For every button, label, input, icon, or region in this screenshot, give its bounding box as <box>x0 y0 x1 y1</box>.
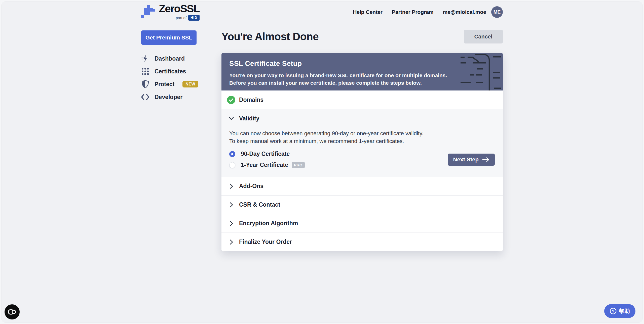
check-circle-icon <box>227 96 235 104</box>
validity-description-line1: You can now choose between generating 90… <box>229 129 503 137</box>
validity-description-line2: To keep manual work at a minimum, we rec… <box>229 137 503 145</box>
validity-description: You can now choose between generating 90… <box>229 129 503 145</box>
arrow-right-icon <box>482 157 490 162</box>
sidebar-item-label: Dashboard <box>155 55 185 62</box>
step-label: Encryption Algorithm <box>239 220 298 227</box>
help-label: 帮助 <box>619 307 630 315</box>
cancel-button[interactable]: Cancel <box>464 30 503 43</box>
zerossl-brand-icon <box>141 5 155 19</box>
step-label: Domains <box>239 97 263 103</box>
option-90-day-certificate[interactable]: 90-Day Certificate <box>229 151 305 157</box>
step-validity-header[interactable]: Validity <box>221 109 503 127</box>
sidebar-item-label: Protect <box>155 81 174 88</box>
step-csr-contact[interactable]: CSR & Contact <box>221 195 503 214</box>
radio-label: 1-Year Certificate <box>241 162 288 168</box>
chevron-right-icon <box>227 219 235 227</box>
next-step-button[interactable]: Next Step <box>448 154 495 166</box>
card-title: SSL Certificate Setup <box>229 60 493 68</box>
option-1-year-certificate[interactable]: 1-Year Certificate PRO <box>229 162 305 168</box>
sidebar-item-protect[interactable]: Protect NEW <box>141 79 221 89</box>
step-validity-section: Validity You can now choose between gene… <box>221 109 503 177</box>
brand-tagline: part of <box>176 16 187 20</box>
hid-badge: HID <box>188 15 200 20</box>
step-add-ons[interactable]: Add-Ons <box>221 177 503 195</box>
card-intro-line2: Before you can install your new certific… <box>229 79 493 87</box>
page-title: You're Almost Done <box>221 31 319 43</box>
radio-label: 90-Day Certificate <box>241 151 290 157</box>
chevron-down-icon <box>227 114 235 123</box>
sidebar-item-certificates[interactable]: Certificates <box>141 67 221 76</box>
brand-name: ZeroSSL <box>159 4 200 14</box>
code-icon <box>141 93 149 101</box>
top-nav: Help Center Partner Program me@mioical.m… <box>353 6 503 18</box>
top-header: ZeroSSL part of HID Help Center Partner … <box>141 0 503 24</box>
step-label: CSR & Contact <box>239 201 280 208</box>
step-label: Validity <box>239 115 259 122</box>
avatar[interactable]: ME <box>491 6 503 18</box>
certificate-illustration <box>461 53 503 90</box>
sidebar: Get Premium SSL Dashboard <box>141 24 221 251</box>
sidebar-item-dashboard[interactable]: Dashboard <box>141 54 221 63</box>
account-email-link[interactable]: me@mioical.moe <box>443 9 486 15</box>
chevron-right-icon <box>227 201 235 209</box>
help-widget-button[interactable]: ? 帮助 <box>604 304 635 318</box>
step-encryption-algorithm[interactable]: Encryption Algorithm <box>221 214 503 233</box>
card-intro: You're on your way to issuing a brand-ne… <box>229 72 493 87</box>
radio-unselected-icon[interactable] <box>229 162 235 168</box>
card-intro-line1: You're on your way to issuing a brand-ne… <box>229 72 493 79</box>
cookie-consent-widget-button[interactable] <box>5 304 20 319</box>
card-header: SSL Certificate Setup You're on your way… <box>221 53 503 90</box>
sidebar-item-label: Developer <box>155 94 182 101</box>
chevron-right-icon <box>227 182 235 190</box>
question-circle-icon: ? <box>610 308 617 314</box>
main-content: You're Almost Done Cancel SSL Certificat… <box>221 24 503 251</box>
get-premium-ssl-button[interactable]: Get Premium SSL <box>141 30 197 45</box>
step-label: Add-Ons <box>239 183 263 190</box>
pro-badge: PRO <box>292 162 305 168</box>
partner-program-link[interactable]: Partner Program <box>392 9 434 15</box>
help-center-link[interactable]: Help Center <box>353 9 383 15</box>
step-finalize-order[interactable]: Finalize Your Order <box>221 233 503 251</box>
next-step-label: Next Step <box>453 156 479 163</box>
step-domains[interactable]: Domains <box>221 90 503 109</box>
dashboard-icon <box>141 55 149 63</box>
zerossl-logo[interactable]: ZeroSSL part of HID <box>141 4 200 20</box>
ssl-setup-card: SSL Certificate Setup You're on your way… <box>221 53 503 251</box>
step-label: Finalize Your Order <box>239 239 292 245</box>
sidebar-item-developer[interactable]: Developer <box>141 92 221 102</box>
validity-options: 90-Day Certificate 1-Year Certificate PR… <box>229 151 305 168</box>
consent-toggle-icon <box>8 309 16 315</box>
chevron-right-icon <box>227 238 235 246</box>
sidebar-item-label: Certificates <box>155 68 186 75</box>
shield-icon <box>141 80 149 88</box>
new-badge: NEW <box>182 81 198 87</box>
certificates-icon <box>141 67 149 75</box>
radio-selected-icon[interactable] <box>229 151 235 157</box>
svg-text:?: ? <box>612 309 614 313</box>
